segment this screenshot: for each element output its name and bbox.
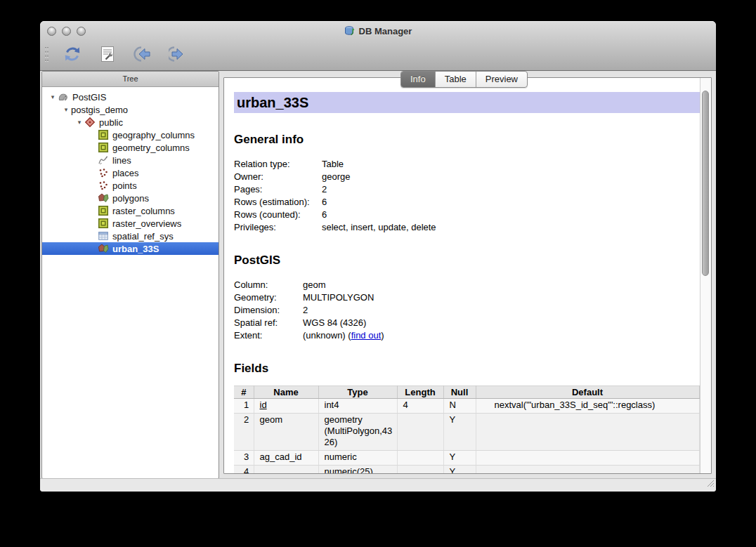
tree-item-label: public (99, 117, 123, 128)
vertical-scrollbar[interactable] (700, 78, 711, 473)
sql-window-button[interactable] (95, 44, 120, 67)
info-row: Column:geom (234, 279, 700, 291)
tree-item-spatial_ref_sys[interactable]: spatial_ref_sys (42, 230, 219, 242)
fields-cell: 2 (234, 414, 254, 451)
window-title-area: DB Manager (40, 25, 716, 39)
fields-cell: 4 (234, 466, 254, 474)
tablegrid-icon (98, 230, 109, 242)
export-to-file-button[interactable] (165, 44, 190, 67)
info-row: Geometry:MULTIPOLYGON (234, 291, 700, 304)
sql-window-icon (98, 45, 117, 66)
find-out-link[interactable]: find out (351, 330, 382, 341)
info-value: 6 (322, 209, 700, 221)
tree-panel: Tree ▾PostGIS▾postgis_demo▾publicgeograp… (41, 71, 219, 479)
table-name-heading: urban_33S (234, 92, 700, 113)
tree-item-label: raster_columns (112, 206, 175, 216)
info-label: Rows (counted): (234, 209, 322, 221)
tree-item-postgis_demo[interactable]: ▾postgis_demo (42, 103, 219, 116)
info-label: Spatial ref: (234, 317, 303, 329)
info-value: Table (322, 158, 700, 171)
tree-item-label: points (112, 180, 137, 191)
tab-info[interactable]: Info (401, 72, 436, 87)
tree-item-places[interactable]: places (42, 166, 219, 179)
tree-item-label: raster_overviews (112, 218, 181, 229)
fields-column-header: Null (443, 386, 476, 399)
tree-item-label: geography_columns (112, 130, 195, 140)
fields-cell: int4 (318, 399, 397, 414)
import-layer-button[interactable] (130, 44, 155, 67)
tree-item-raster_columns[interactable]: raster_columns (42, 204, 219, 217)
info-row: Rows (estimation):6 (234, 196, 700, 209)
info-value: (unknown) (find out) (303, 329, 700, 342)
db-manager-app-icon (344, 25, 356, 39)
fields-cell (254, 466, 318, 474)
fields-cell: Y (443, 466, 476, 474)
info-row: Relation type:Table (234, 158, 700, 171)
postgis-icon (58, 91, 69, 103)
tree-item-points[interactable]: points (42, 179, 219, 192)
info-value: geom (303, 279, 700, 291)
window-footer (40, 478, 716, 492)
fields-cell: numeric(25) (318, 466, 397, 474)
toolbar (40, 41, 716, 70)
resize-grip[interactable] (705, 477, 715, 490)
layer-icon (98, 205, 109, 216)
info-value: 2 (303, 304, 700, 317)
fields-cell: 1 (234, 399, 254, 414)
tree-item-lines[interactable]: lines (42, 154, 219, 166)
info-label: Column: (234, 279, 303, 291)
general-info-heading: General info (234, 132, 700, 147)
points-icon (98, 180, 109, 191)
tree-item-label: geometry_columns (112, 143, 190, 153)
fields-cell (476, 451, 699, 466)
info-value: 6 (322, 196, 700, 209)
tree-panel-header: Tree (42, 72, 219, 87)
fields-cell: ag_cad_id (254, 451, 318, 466)
info-label: Relation type: (234, 158, 322, 171)
disclosure-triangle-icon[interactable]: ▾ (48, 93, 58, 100)
info-label: Pages: (234, 183, 322, 196)
tree-item-geometry_columns[interactable]: geometry_columns (42, 141, 219, 154)
tree-item-raster_overviews[interactable]: raster_overviews (42, 217, 219, 230)
toolbar-drag-handle[interactable] (43, 45, 51, 66)
info-row: Owner:george (234, 171, 700, 183)
tab-table[interactable]: Table (436, 72, 476, 87)
scrollbar-thumb[interactable] (702, 91, 709, 276)
info-value: MULTIPOLYGON (303, 291, 700, 304)
polygons-icon (98, 192, 109, 204)
tree-item-geography_columns[interactable]: geography_columns (42, 128, 219, 141)
layer-icon (98, 142, 109, 153)
titlebar[interactable]: DB Manager (40, 21, 716, 41)
tree-item-label: lines (112, 155, 131, 166)
info-row: Rows (counted):6 (234, 209, 700, 221)
tab-preview[interactable]: Preview (476, 72, 527, 87)
info-label: Owner: (234, 171, 322, 183)
disclosure-triangle-icon[interactable]: ▾ (74, 119, 84, 126)
fields-column-header: Name (254, 386, 318, 399)
postgis-rows: Column:geomGeometry:MULTIPOLYGONDimensio… (234, 279, 700, 342)
fields-column-header: Default (476, 386, 699, 399)
tree-item-postgis[interactable]: ▾PostGIS (42, 91, 219, 103)
fields-cell: 4 (397, 399, 443, 414)
refresh-button[interactable] (60, 44, 85, 67)
tree-item-urban_33s[interactable]: urban_33S (42, 242, 219, 255)
fields-row: 2geomgeometry (MultiPolygon,4326)Y (234, 414, 699, 451)
general-info-rows: Relation type:TableOwner:georgePages:2Ro… (234, 158, 700, 234)
fields-cell: nextval('"urban_33S_id_seq"'::regclass) (476, 399, 699, 414)
refresh-icon (63, 45, 82, 66)
info-label: Rows (estimation): (234, 196, 322, 209)
info-label: Extent: (234, 329, 303, 342)
tree-item-public[interactable]: ▾public (42, 116, 219, 128)
postgis-heading: PostGIS (234, 253, 700, 268)
fields-column-header: # (234, 386, 254, 399)
fields-heading: Fields (234, 361, 700, 376)
primary-key-field-name: id (260, 400, 267, 410)
fields-column-header: Type (318, 386, 397, 399)
tree-item-polygons[interactable]: polygons (42, 192, 219, 204)
import-layer-icon (133, 45, 152, 66)
fields-table: #NameTypeLengthNullDefault 1idint44Nnext… (234, 385, 700, 473)
tree-item-label: polygons (112, 193, 149, 204)
window-title: DB Manager (359, 26, 412, 37)
disclosure-triangle-icon[interactable]: ▾ (61, 106, 71, 113)
fields-cell: geom (254, 414, 318, 451)
